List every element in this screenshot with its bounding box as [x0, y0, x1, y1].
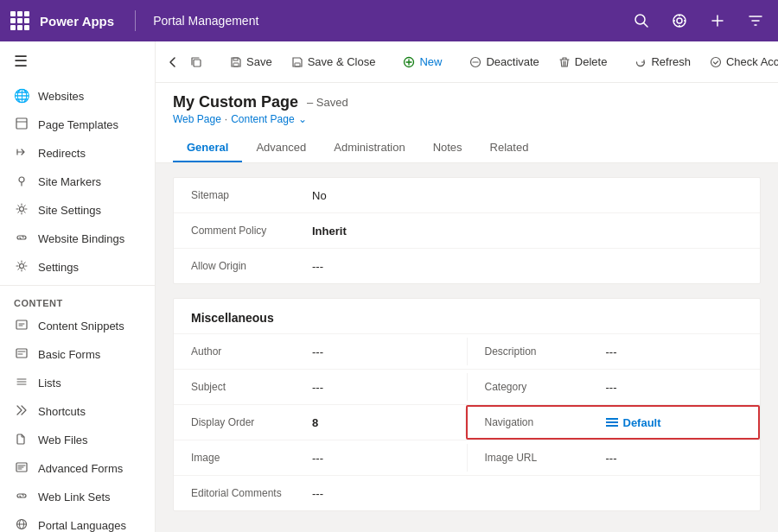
page-title: My Custom Page: [173, 93, 298, 111]
sidebar-item-redirects[interactable]: Redirects: [0, 139, 155, 168]
form-section-top: Sitemap No Comment Policy Inherit Allow …: [173, 177, 761, 284]
author-label: Author: [191, 345, 312, 358]
copy-icon: [190, 56, 202, 68]
comment-policy-label: Comment Policy: [191, 225, 312, 237]
save-close-button[interactable]: Save & Close: [283, 50, 385, 73]
breadcrumb-web-page[interactable]: Web Page: [173, 113, 221, 125]
image-url-field: Image URL ---: [468, 440, 761, 475]
site-settings-icon: [14, 203, 29, 218]
new-button[interactable]: New: [394, 50, 450, 73]
new-icon: [403, 56, 415, 68]
display-order-field: Display Order 8: [174, 405, 465, 440]
sidebar-item-content-snippets[interactable]: Content Snippets: [0, 312, 155, 340]
misc-section-title: Miscellaneous: [174, 299, 760, 333]
portal-languages-icon: [14, 518, 29, 532]
sitemap-label: Sitemap: [191, 189, 312, 201]
sidebar-item-web-link-sets[interactable]: Web Link Sets: [0, 483, 155, 511]
nav-menu-icon: [606, 418, 618, 427]
image-label: Image: [191, 452, 312, 464]
filter-button[interactable]: [743, 9, 768, 33]
allow-origin-row: Allow Origin ---: [174, 248, 760, 283]
save-close-label: Save & Close: [308, 55, 376, 68]
tab-related[interactable]: Related: [476, 134, 543, 162]
sidebar-item-website-bindings[interactable]: Website Bindings: [0, 225, 155, 253]
svg-rect-24: [194, 60, 201, 66]
hamburger-icon: ☰: [14, 52, 28, 71]
sidebar-item-web-files[interactable]: Web Files: [0, 426, 155, 454]
copy-button[interactable]: [182, 51, 211, 73]
breadcrumb: Web Page · Content Page ⌄: [173, 113, 761, 125]
sidebar-item-label: Website Bindings: [38, 232, 124, 245]
sidebar-item-label: Advanced Forms: [38, 462, 123, 475]
sidebar-item-portal-languages[interactable]: Portal Languages: [0, 511, 155, 532]
tab-general[interactable]: General: [173, 134, 242, 162]
sidebar-divider: [0, 285, 155, 286]
filter-icon: [748, 13, 763, 28]
svg-point-2: [673, 15, 686, 27]
save-button[interactable]: Save: [221, 50, 281, 73]
breadcrumb-dropdown-icon[interactable]: ⌄: [298, 113, 307, 125]
sitemap-row: Sitemap No: [174, 178, 760, 212]
sidebar-item-label: Content Snippets: [38, 320, 124, 332]
sidebar-item-label: Site Markers: [38, 175, 101, 188]
tab-advanced[interactable]: Advanced: [242, 134, 320, 162]
target-icon: [672, 13, 687, 28]
navigation-field[interactable]: Navigation Default: [466, 405, 761, 440]
sidebar-item-advanced-forms[interactable]: Advanced Forms: [0, 454, 155, 483]
sidebar-item-label: Websites: [38, 90, 84, 103]
description-value: ---: [606, 345, 617, 358]
redirects-icon: [14, 146, 29, 161]
sidebar-item-site-settings[interactable]: Site Settings: [0, 196, 155, 225]
sidebar-item-settings[interactable]: Settings: [0, 253, 155, 282]
delete-label: Delete: [575, 55, 608, 68]
image-field: Image ---: [174, 440, 467, 475]
target-button[interactable]: [667, 9, 692, 33]
sidebar-item-page-templates[interactable]: Page Templates: [0, 111, 155, 139]
sidebar-item-label: Shortcuts: [38, 405, 86, 418]
page-templates-icon: [14, 117, 29, 132]
main-content: Sitemap No Comment Policy Inherit Allow …: [156, 163, 778, 532]
deactivate-button[interactable]: Deactivate: [461, 50, 547, 73]
sidebar-item-lists[interactable]: Lists: [0, 369, 155, 397]
form-section-misc: Miscellaneous Author --- Description ---: [173, 298, 761, 511]
delete-button[interactable]: Delete: [550, 50, 616, 73]
editorial-comments-field: Editorial Comments ---: [174, 476, 760, 510]
content-snippets-icon: [14, 319, 29, 333]
top-nav-right: [629, 9, 768, 33]
sidebar-hamburger-btn[interactable]: ☰: [0, 41, 155, 81]
back-button[interactable]: [166, 49, 180, 75]
category-label: Category: [485, 381, 606, 393]
sidebar-item-basic-forms[interactable]: Basic Forms: [0, 340, 155, 369]
allow-origin-label: Allow Origin: [191, 260, 312, 272]
svg-point-12: [19, 177, 24, 182]
navigation-value: Default: [623, 416, 661, 429]
shortcuts-icon: [14, 404, 29, 419]
check-access-button[interactable]: Check Access: [701, 50, 778, 73]
page-title-row: My Custom Page – Saved: [173, 93, 761, 111]
breadcrumb-content-page[interactable]: Content Page: [231, 113, 294, 125]
author-value: ---: [312, 345, 323, 358]
sidebar-item-label: Lists: [38, 377, 61, 390]
back-icon: [166, 55, 180, 69]
tab-notes[interactable]: Notes: [419, 134, 476, 162]
refresh-button[interactable]: Refresh: [626, 50, 699, 73]
site-markers-icon: [14, 174, 29, 189]
check-access-icon: [710, 56, 722, 68]
sidebar-item-shortcuts[interactable]: Shortcuts: [0, 397, 155, 426]
svg-rect-15: [16, 320, 27, 329]
sidebar-item-label: Page Templates: [38, 118, 118, 131]
sidebar-item-site-markers[interactable]: Site Markers: [0, 168, 155, 196]
comment-policy-row: Comment Policy Inherit: [174, 212, 760, 248]
tab-administration[interactable]: Administration: [320, 134, 418, 162]
advanced-forms-icon: [14, 461, 29, 476]
subject-category-row: Subject --- Category ---: [174, 369, 760, 404]
sidebar-item-websites[interactable]: 🌐 Websites: [0, 81, 155, 111]
web-link-sets-icon: [14, 490, 29, 504]
svg-line-1: [644, 23, 648, 28]
svg-point-33: [711, 57, 720, 66]
comment-policy-value: Inherit: [312, 225, 347, 238]
subject-label: Subject: [191, 381, 312, 393]
apps-grid-icon[interactable]: [10, 11, 29, 30]
search-button[interactable]: [629, 9, 654, 33]
add-button[interactable]: [705, 9, 730, 33]
